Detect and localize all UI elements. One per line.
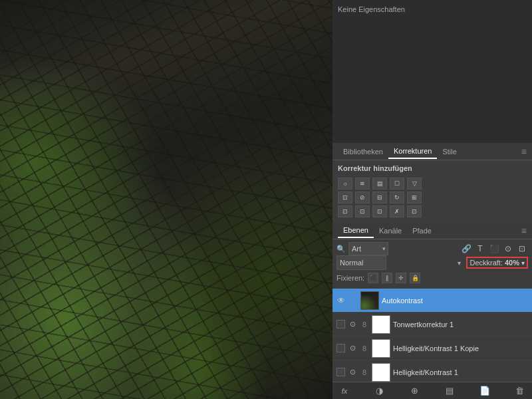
korrekturen-icon-row-2: ⊡ ⊘ ⊟ ↻ ⊞ [338, 192, 527, 203]
layer-name: Autokontrast [382, 297, 528, 305]
channelmixer-icon[interactable]: ⊡ [338, 205, 352, 217]
tab-stile[interactable]: Stile [437, 145, 462, 158]
fx-button[interactable]: fx [338, 387, 351, 395]
layer-item[interactable]: ⊙ 8 Helligkeit/Kontrast 1 [332, 360, 532, 382]
shape-tool-icon[interactable]: ⬛ [488, 243, 500, 255]
adjustment-tool-icon[interactable]: ⊙ [502, 243, 514, 255]
canvas-image [0, 0, 332, 399]
layer-link-icon[interactable]: 8 [360, 320, 369, 329]
layer-name: Helligkeit/Kontrast 1 Kopie [393, 344, 528, 352]
tab-korrekturen[interactable]: Korrekturen [388, 144, 437, 159]
layer-item[interactable]: ⊙ 8 Tonwertkorrektur 1 [332, 313, 532, 336]
layer-name: Tonwertkorrektur 1 [393, 321, 528, 329]
korrekturen-icons: ☼ ≋ ▤ ☐ ▽ ⊡ ⊘ ⊟ ↻ ⊞ ⊡ ⊡ ⊡ ✗ ⊡ [332, 176, 532, 222]
tab-bibliotheken[interactable]: Bibliotheken [338, 145, 388, 158]
layer-mask-thumbnail [372, 339, 390, 358]
layer-settings-icon[interactable]: ⊙ [348, 320, 357, 329]
properties-title: Keine Eigenschaften [338, 5, 527, 13]
layer-link-icon[interactable]: 8 [360, 368, 369, 377]
layer-mode-row: Normal Multiplizieren Abblenden Deckkraf… [336, 255, 528, 270]
layer-item[interactable]: 👁 Autokontrast [332, 289, 532, 313]
delete-layer-button[interactable]: 🗑 [513, 386, 527, 396]
opacity-dropdown-icon[interactable]: ▾ [521, 259, 525, 267]
gradient-icon[interactable]: ▽ [407, 178, 422, 190]
korrekturen-icon-row-3: ⊡ ⊡ ⊡ ✗ ⊡ [338, 205, 527, 217]
ebenen-panel: Ebenen Kanäle Pfade ≡ 🔍 Art 🔗 T ⬛ ⊙ ⊡ [332, 222, 532, 399]
invert-icon[interactable]: ⊡ [372, 205, 387, 217]
layer-thumbnail [360, 291, 379, 310]
add-mask-button[interactable]: ◑ [373, 386, 386, 396]
layer-link-icon[interactable]: 8 [360, 344, 369, 353]
levels-icon[interactable]: ≋ [355, 178, 370, 190]
tab-pfade[interactable]: Pfade [407, 224, 437, 237]
korrekturen-panel: Bibliotheken Korrekturen Stile ≡ Korrekt… [332, 143, 532, 222]
smart-tool-icon[interactable]: ⊡ [516, 243, 528, 255]
vibrance-icon[interactable]: ⊡ [338, 192, 352, 203]
properties-panel: Keine Eigenschaften [332, 0, 532, 143]
layer-controls: 🔍 Art 🔗 T ⬛ ⊙ ⊡ Normal Multiplizieren Ab… [332, 239, 532, 289]
add-adjustment-button[interactable]: ⊕ [408, 386, 422, 396]
fix-lock-icon[interactable]: 🔒 [410, 273, 420, 283]
blend-mode-dropdown[interactable]: Normal Multiplizieren Abblenden [336, 255, 464, 270]
korrekturen-tabs: Bibliotheken Korrekturen Stile ≡ [332, 143, 532, 160]
photofilter-icon[interactable]: ⊞ [407, 192, 422, 203]
fix-move-icon[interactable]: ✛ [396, 273, 406, 283]
layer-item[interactable]: ⊙ 8 Helligkeit/Kontrast 1 Kopie [332, 336, 532, 360]
layer-link-icon [348, 296, 358, 305]
colorlookup-icon[interactable]: ⊡ [355, 205, 370, 217]
layer-settings-icon[interactable]: ⊙ [348, 344, 357, 353]
threshold-icon[interactable]: ⊡ [407, 205, 422, 217]
fix-gradient-icon[interactable]: ∥ [382, 273, 392, 283]
layer-visibility-checkbox[interactable] [336, 368, 345, 376]
text-tool-icon[interactable]: T [474, 243, 486, 255]
curves-icon[interactable]: ▤ [372, 178, 387, 190]
layer-visibility-checkbox[interactable] [336, 320, 345, 329]
tab-kanaele[interactable]: Kanäle [374, 224, 407, 237]
layer-type-row: 🔍 Art 🔗 T ⬛ ⊙ ⊡ [336, 242, 528, 255]
fixieren-row: Fixieren: ⬛ ∥ ✛ 🔒 [336, 273, 528, 283]
korrekturen-title: Korrektur hinzufügen [332, 160, 532, 176]
opacity-value[interactable]: 40% [505, 259, 519, 267]
ebenen-bottom: fx ◑ ⊕ ▤ 📄 🗑 [332, 382, 532, 399]
hsl-icon[interactable]: ⊘ [355, 192, 370, 203]
ebenen-tabs: Ebenen Kanäle Pfade ≡ [332, 222, 532, 239]
bw-icon[interactable]: ↻ [390, 192, 404, 203]
panel-menu-icon[interactable]: ≡ [521, 146, 527, 157]
add-group-button[interactable]: ▤ [443, 386, 456, 396]
posterize-icon[interactable]: ✗ [390, 205, 404, 217]
add-layer-button[interactable]: 📄 [478, 386, 491, 396]
layer-mask-thumbnail [372, 363, 390, 382]
layer-list: 👁 Autokontrast ⊙ 8 Tonwertkorrektur 1 ⊙ … [332, 289, 532, 382]
exposure-icon[interactable]: ☐ [390, 178, 404, 190]
opacity-label: Deckkraft: [469, 259, 503, 267]
type-select[interactable]: Art [348, 242, 388, 255]
layer-settings-icon[interactable]: ⊙ [348, 368, 357, 377]
tab-ebenen[interactable]: Ebenen [338, 223, 374, 238]
layer-mask-thumbnail [372, 315, 390, 334]
layer-visibility-icon[interactable]: 👁 [336, 296, 346, 305]
blend-mode-select[interactable]: Normal Multiplizieren Abblenden [336, 255, 386, 270]
opacity-group: Deckkraft: 40% ▾ [466, 257, 528, 269]
layer-name: Helligkeit/Kontrast 1 [393, 368, 528, 376]
brightness-icon[interactable]: ☼ [338, 178, 352, 190]
korrekturen-icon-row-1: ☼ ≋ ▤ ☐ ▽ [338, 178, 527, 190]
layer-visibility-checkbox[interactable] [336, 344, 345, 352]
ebenen-toolbar-icons: 🔗 T ⬛ ⊙ ⊡ [460, 243, 528, 255]
search-art-icon: 🔍 [336, 245, 346, 253]
colorbalance-icon[interactable]: ⊟ [372, 192, 387, 203]
fixieren-label: Fixieren: [336, 274, 364, 282]
fix-pixels-icon[interactable]: ⬛ [368, 273, 378, 283]
right-panel: Keine Eigenschaften Bibliotheken Korrekt… [332, 0, 532, 399]
canvas-area [0, 0, 332, 399]
link-tool-icon[interactable]: 🔗 [460, 243, 472, 255]
ebenen-menu-icon[interactable]: ≡ [521, 225, 527, 236]
